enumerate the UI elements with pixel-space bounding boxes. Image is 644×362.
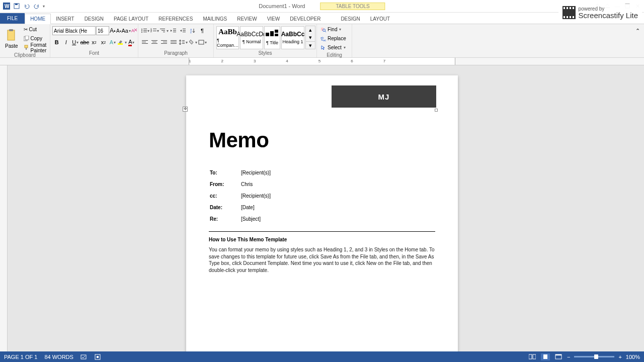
company-logo-cell[interactable]: MJ — [332, 85, 436, 108]
text-effects-icon[interactable]: A▾ — [108, 38, 117, 47]
style-title[interactable]: ¶ Title — [264, 26, 280, 49]
format-painter-button[interactable]: Format Painter — [22, 43, 48, 52]
zoom-in-icon[interactable]: + — [618, 354, 621, 360]
print-layout-icon[interactable] — [541, 353, 550, 360]
collapse-ribbon-icon[interactable]: ⌃ — [633, 26, 642, 35]
select-button[interactable]: Select▾ — [319, 43, 348, 52]
table-resize-handle-icon[interactable] — [435, 109, 438, 112]
borders-icon[interactable]: ▾ — [198, 38, 207, 47]
svg-rect-19 — [143, 32, 147, 32]
svg-rect-17 — [143, 30, 147, 31]
memo-heading[interactable]: How to Use This Memo Template — [209, 237, 435, 242]
svg-point-14 — [141, 29, 142, 30]
grow-font-icon[interactable]: A▴ — [110, 26, 116, 35]
read-mode-icon[interactable] — [528, 353, 537, 360]
zoom-level[interactable]: 100% — [626, 354, 640, 360]
underline-button[interactable]: U▾ — [71, 38, 79, 47]
zoom-slider[interactable] — [574, 356, 614, 357]
align-center-icon[interactable] — [150, 38, 159, 47]
numbering-icon[interactable]: 12▾ — [150, 26, 159, 35]
tab-insert[interactable]: INSERT — [51, 14, 79, 24]
styles-more-icon[interactable]: ▾ — [306, 41, 315, 49]
svg-rect-21 — [153, 29, 156, 29]
style-heading1[interactable]: AaBbCcHeading 1 — [281, 26, 304, 49]
svg-rect-50 — [199, 40, 204, 44]
page[interactable]: ✥ MJ Memo To:[Recipient(s)] From:Chris c… — [186, 75, 458, 351]
style-company[interactable]: AaBb¶ Compan… — [216, 26, 239, 49]
bullets-icon[interactable]: ▾ — [140, 26, 149, 35]
subscript-button[interactable]: x2 — [90, 38, 98, 47]
style-normal[interactable]: AaBbCcDd¶ Normal — [240, 26, 263, 49]
web-layout-icon[interactable] — [554, 353, 563, 360]
tab-home[interactable]: HOME — [25, 14, 51, 24]
superscript-button[interactable]: x2 — [99, 38, 108, 47]
brush-icon — [24, 45, 29, 50]
italic-button[interactable]: I — [61, 38, 70, 47]
save-icon[interactable] — [12, 2, 21, 11]
tab-page-layout[interactable]: PAGE LAYOUT — [109, 14, 153, 24]
document-area[interactable]: 1 2 3 4 5 6 7 ✥ MJ Memo To:[Recipient(s)… — [0, 58, 644, 351]
increase-indent-icon[interactable] — [179, 26, 188, 35]
memo-title[interactable]: Memo — [209, 128, 435, 152]
zoom-out-icon[interactable]: − — [567, 354, 570, 360]
svg-rect-64 — [543, 354, 547, 359]
change-case-icon[interactable]: Aa▾ — [122, 26, 131, 35]
tab-mailings[interactable]: MAILINGS — [198, 14, 232, 24]
multilevel-list-icon[interactable]: ▾ — [159, 26, 169, 35]
tab-view[interactable]: VIEW — [262, 14, 285, 24]
shrink-font-icon[interactable]: A▾ — [116, 26, 121, 35]
paste-button[interactable]: Paste — [2, 25, 21, 52]
tab-table-layout[interactable]: LAYOUT — [365, 14, 395, 24]
page-indicator[interactable]: PAGE 1 OF 1 — [4, 354, 37, 360]
tab-table-design[interactable]: DESIGN — [336, 14, 365, 24]
line-spacing-icon[interactable]: ▾ — [179, 38, 188, 47]
undo-icon[interactable] — [22, 2, 31, 11]
word-count[interactable]: 84 WORDS — [44, 354, 73, 360]
horizontal-ruler[interactable]: 1 2 3 4 5 6 7 — [0, 58, 644, 65]
spellcheck-icon[interactable] — [80, 354, 88, 360]
macro-icon[interactable] — [95, 354, 101, 360]
styles-scroll-down-icon[interactable]: ▾ — [306, 34, 315, 41]
strikethrough-button[interactable]: abc — [80, 38, 89, 47]
tab-references[interactable]: REFERENCES — [153, 14, 198, 24]
paste-icon — [6, 28, 18, 42]
vertical-ruler[interactable] — [0, 65, 8, 351]
replace-button[interactable]: abacReplace — [319, 34, 348, 43]
svg-rect-36 — [142, 42, 146, 42]
find-button[interactable]: Find▾ — [319, 25, 348, 34]
tab-design[interactable]: DESIGN — [79, 14, 109, 24]
memo-body-text[interactable]: You can format your memo by using styles… — [209, 246, 435, 274]
align-left-icon[interactable] — [140, 38, 149, 47]
font-color-icon[interactable]: A▾ — [127, 38, 136, 47]
redo-icon[interactable] — [32, 2, 41, 11]
tab-file[interactable]: FILE — [0, 13, 25, 24]
show-marks-icon[interactable]: ¶ — [198, 26, 207, 35]
font-size-input[interactable] — [96, 26, 109, 35]
highlight-icon[interactable]: ▾ — [118, 38, 127, 47]
copy-button[interactable]: Copy — [22, 34, 48, 43]
svg-rect-27 — [173, 29, 176, 29]
cut-button[interactable]: ✂Cut — [22, 25, 48, 34]
shading-icon[interactable]: ▾ — [188, 38, 197, 47]
tab-review[interactable]: REVIEW — [232, 14, 262, 24]
bold-button[interactable]: B — [52, 38, 61, 47]
clear-formatting-icon[interactable]: A — [131, 26, 137, 35]
tab-developer[interactable]: DEVELOPER — [285, 14, 326, 24]
word-icon[interactable]: W — [2, 2, 11, 11]
svg-rect-45 — [171, 42, 177, 42]
align-right-icon[interactable] — [159, 38, 169, 47]
font-name-input[interactable] — [52, 26, 96, 35]
svg-rect-63 — [533, 354, 536, 359]
justify-icon[interactable] — [169, 38, 178, 47]
qat-more-icon[interactable]: ▾ — [43, 4, 45, 9]
svg-text:2: 2 — [150, 30, 152, 33]
sort-icon[interactable]: AZ — [188, 26, 197, 35]
styles-scroll-up-icon[interactable]: ▴ — [306, 26, 315, 34]
status-bar: PAGE 1 OF 1 84 WORDS − + 100% — [0, 351, 644, 362]
table-row: Date:[Date] — [210, 202, 434, 213]
table-move-handle-icon[interactable]: ✥ — [183, 107, 188, 112]
svg-rect-49 — [182, 43, 185, 44]
decrease-indent-icon[interactable] — [169, 26, 178, 35]
memo-fields-table[interactable]: To:[Recipient(s)] From:Chris cc:[Recipie… — [209, 166, 435, 225]
svg-rect-52 — [270, 31, 274, 36]
